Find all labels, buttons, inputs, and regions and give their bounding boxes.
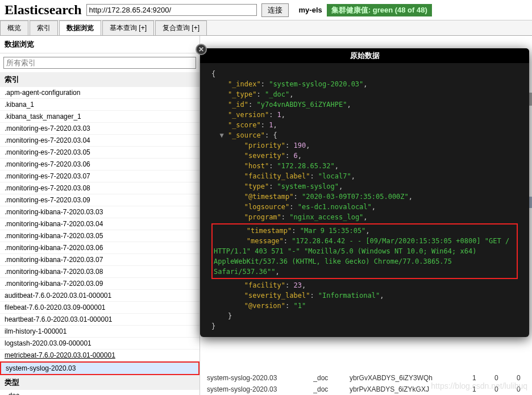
close-icon[interactable]: ✕ xyxy=(196,44,207,55)
index-item[interactable]: filebeat-7.6.0-2020.03.09-000001 xyxy=(0,302,200,314)
index-list: .apm-agent-configuration.kibana_1.kibana… xyxy=(0,87,200,375)
index-item[interactable]: .monitoring-kibana-7-2020.03.08 xyxy=(0,266,200,278)
index-item[interactable]: .monitoring-kibana-7-2020.03.04 xyxy=(0,218,200,230)
tab-4[interactable]: 复合查询 [+] xyxy=(155,20,207,35)
index-item[interactable]: .monitoring-es-7-2020.03.07 xyxy=(0,171,200,182)
index-item[interactable]: .kibana_task_manager_1 xyxy=(0,111,200,123)
type-section-label: 类型 xyxy=(0,375,200,390)
app-title: Elasticsearch xyxy=(5,2,82,18)
index-item[interactable]: .monitoring-kibana-7-2020.03.09 xyxy=(0,278,200,290)
index-item[interactable]: .kibana_1 xyxy=(0,99,200,111)
index-item[interactable]: heartbeat-7.6.0-2020.03.01-000001 xyxy=(0,314,200,326)
app-header: Elasticsearch 连接 my-els 集群健康值: green (48… xyxy=(0,0,532,20)
sidebar-title: 数据浏览 xyxy=(0,36,200,53)
sidebar: 数据浏览 索引 .apm-agent-configuration.kibana_… xyxy=(0,36,200,395)
type-item[interactable]: _doc xyxy=(0,390,200,395)
index-item[interactable]: auditbeat-7.6.0-2020.03.01-000001 xyxy=(0,290,200,302)
index-item[interactable]: .apm-agent-configuration xyxy=(0,87,200,99)
index-item[interactable]: .monitoring-es-7-2020.03.08 xyxy=(0,182,200,194)
index-item[interactable]: .monitoring-es-7-2020.03.09 xyxy=(0,194,200,206)
index-item[interactable]: .monitoring-kibana-7-2020.03.07 xyxy=(0,254,200,266)
message-highlight-box: "timestamp": "Mar 9 15:35:05", "message"… xyxy=(211,223,518,279)
main-tabs: 概览索引数据浏览基本查询 [+]复合查询 [+] xyxy=(0,20,532,36)
connect-button[interactable]: 连接 xyxy=(261,3,289,17)
modal-body: { "_index": "system-syslog-2020.03", "_t… xyxy=(200,63,529,337)
index-item[interactable]: metricbeat-7.6.0-2020.03.01-000001 xyxy=(0,350,200,361)
health-badge: 集群健康值: green (48 of 48) xyxy=(327,4,432,16)
index-item[interactable]: .monitoring-kibana-7-2020.03.03 xyxy=(0,206,200,218)
tab-0[interactable]: 概览 xyxy=(0,20,28,35)
index-item[interactable]: ilm-history-1-000001 xyxy=(0,326,200,338)
tab-2[interactable]: 数据浏览 xyxy=(59,20,101,35)
index-section-label: 索引 xyxy=(0,72,200,87)
index-item[interactable]: .monitoring-es-7-2020.03.04 xyxy=(0,135,200,147)
index-item[interactable]: logstash-2020.03.09-000001 xyxy=(0,338,200,350)
index-item[interactable]: .monitoring-es-7-2020.03.06 xyxy=(0,159,200,171)
index-item[interactable]: system-syslog-2020.03 xyxy=(0,361,200,375)
index-item[interactable]: .monitoring-kibana-7-2020.03.06 xyxy=(0,242,200,254)
cluster-url-input[interactable] xyxy=(86,4,257,16)
index-item[interactable]: .monitoring-es-7-2020.03.03 xyxy=(0,123,200,135)
cluster-name: my-els xyxy=(299,6,322,14)
index-filter-input[interactable] xyxy=(3,57,196,69)
raw-data-modal: ✕ 原始数据 { "_index": "system-syslog-2020.0… xyxy=(200,48,529,337)
modal-header: ✕ 原始数据 xyxy=(200,48,529,63)
watermark: https://blog.csdn.net/lulibuq xyxy=(431,381,527,390)
index-item[interactable]: .monitoring-kibana-7-2020.03.05 xyxy=(0,230,200,242)
tab-1[interactable]: 索引 xyxy=(30,20,58,35)
tab-3[interactable]: 基本查询 [+] xyxy=(102,20,154,35)
index-item[interactable]: .monitoring-es-7-2020.03.05 xyxy=(0,147,200,159)
modal-title: 原始数据 xyxy=(350,51,380,60)
